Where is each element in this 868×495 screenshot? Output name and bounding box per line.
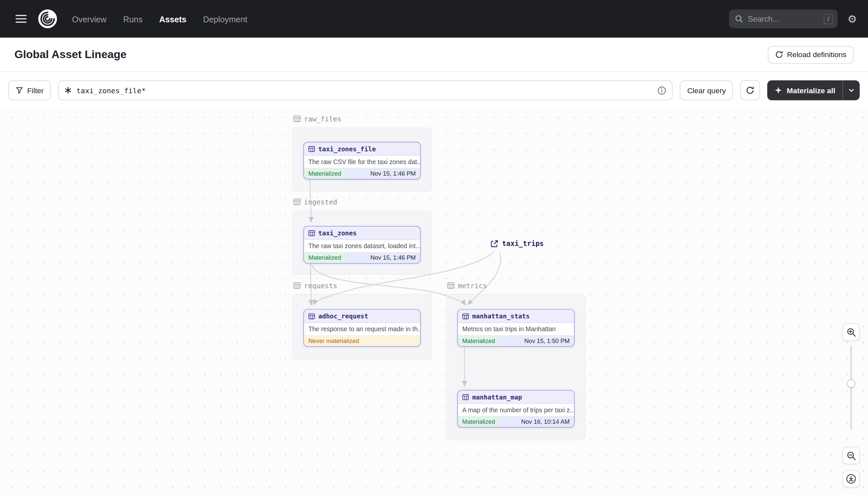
asset-selection-input-wrap [58, 81, 673, 100]
lineage-canvas[interactable]: raw_files ingested requests metrics taxi… [0, 109, 868, 495]
asset-selection-input[interactable] [76, 86, 653, 94]
filter-icon [15, 86, 23, 94]
edge-taxi-trips-to-manhattan-stats [468, 252, 501, 305]
asset-status-badge: Materialized [458, 335, 500, 346]
zoom-slider[interactable] [850, 346, 852, 430]
materialize-all-button[interactable]: Materialize all [767, 81, 843, 100]
asset-node-manhattan-stats[interactable]: manhattan_stats Metrics on taxi trips in… [457, 309, 575, 347]
nav-assets[interactable]: Assets [159, 14, 186, 24]
materialize-split-button: Materialize all [767, 81, 860, 100]
group-label-raw-files[interactable]: raw_files [293, 115, 341, 123]
nav-deployment[interactable]: Deployment [203, 14, 247, 24]
materialize-icon [775, 86, 782, 94]
asset-timestamp: Nov 15, 1:50 PM [500, 335, 574, 346]
asset-table-icon [308, 229, 315, 236]
group-name: ingested [304, 198, 337, 206]
asset-table-icon [462, 313, 469, 319]
group-name: raw_files [304, 115, 341, 123]
filter-button[interactable]: Filter [8, 81, 51, 100]
asset-name: taxi_zones [318, 229, 357, 237]
asset-node-manhattan-map[interactable]: manhattan_map A map of the number of tri… [457, 390, 575, 428]
group-label-requests[interactable]: requests [293, 281, 337, 290]
asset-name: manhattan_map [472, 393, 522, 401]
external-asset-taxi-trips[interactable]: taxi_trips [491, 239, 544, 248]
page-title: Global Asset Lineage [14, 48, 127, 61]
group-label-metrics[interactable]: metrics [447, 281, 487, 290]
gear-icon: ⚙ [847, 13, 857, 24]
external-link-icon [491, 240, 498, 248]
asset-node-adhoc-request[interactable]: adhoc_request The response to an request… [303, 309, 421, 347]
reload-definitions-label: Reload definitions [787, 51, 846, 59]
clear-query-button[interactable]: Clear query [680, 81, 733, 100]
external-asset-name: taxi_trips [502, 239, 544, 248]
asset-status-badge: Materialized [304, 168, 346, 179]
asset-timestamp: Nov 15, 1:46 PM [346, 168, 420, 179]
menu-icon [15, 14, 26, 23]
query-syntax-icon [64, 86, 72, 94]
asset-status-badge: Never materialized [304, 335, 420, 346]
group-table-icon [293, 282, 300, 289]
search-shortcut-badge: / [824, 14, 833, 24]
asset-name: adhoc_request [318, 312, 368, 320]
asset-node-taxi-zones-file[interactable]: taxi_zones_file The raw CSV file for the… [303, 142, 421, 180]
asset-timestamp: Nov 15, 1:46 PM [346, 252, 420, 263]
zoom-in-icon [846, 327, 856, 337]
group-table-icon [293, 115, 300, 122]
group-table-icon [293, 198, 300, 205]
topbar: Overview Runs Assets Deployment / ⚙ [0, 0, 868, 38]
search-box[interactable]: / [729, 10, 837, 28]
asset-node-taxi-zones[interactable]: taxi_zones The raw taxi zones dataset, l… [303, 226, 421, 264]
info-icon[interactable] [657, 86, 667, 95]
nav-overview[interactable]: Overview [72, 14, 106, 24]
asset-description: The raw CSV file for the taxi zones dat.… [304, 156, 420, 168]
caret-down-icon [848, 87, 854, 93]
lineage-toolbar: Filter Clear query Materialize all [0, 72, 868, 108]
download-button[interactable] [843, 471, 860, 488]
asset-description: The response to an request made in th... [304, 323, 420, 335]
asset-table-icon [308, 146, 315, 152]
clear-query-label: Clear query [687, 86, 726, 94]
app-root: Overview Runs Assets Deployment / ⚙ Glob… [0, 0, 868, 495]
asset-name: taxi_zones_file [318, 145, 376, 153]
asset-description: A map of the number of trips per taxi z.… [458, 404, 574, 416]
reload-icon [775, 51, 783, 59]
asset-status-badge: Materialized [304, 252, 346, 263]
dagster-logo[interactable] [38, 9, 58, 29]
lineage-edges [0, 109, 868, 495]
group-label-ingested[interactable]: ingested [293, 198, 337, 206]
asset-name: manhattan_stats [472, 312, 529, 320]
nav-runs[interactable]: Runs [123, 14, 142, 24]
materialize-options-button[interactable] [843, 81, 860, 100]
refresh-button[interactable] [740, 81, 760, 100]
asset-status-badge: Materialized [458, 416, 500, 427]
group-name: requests [304, 281, 337, 290]
materialize-all-label: Materialize all [787, 86, 835, 94]
asset-timestamp: Nov 16, 10:14 AM [500, 416, 574, 427]
zoom-in-button[interactable] [843, 324, 860, 341]
primary-nav: Overview Runs Assets Deployment [72, 14, 247, 24]
asset-table-icon [462, 394, 469, 400]
page-header: Global Asset Lineage Reload definitions [0, 38, 868, 72]
zoom-slider-handle[interactable] [847, 379, 855, 388]
settings-button[interactable]: ⚙ [847, 14, 857, 24]
asset-description: The raw taxi zones dataset, loaded int..… [304, 240, 420, 252]
menu-button[interactable] [12, 11, 30, 27]
asset-table-icon [308, 313, 315, 319]
refresh-icon [746, 86, 755, 95]
reload-definitions-button[interactable]: Reload definitions [768, 46, 854, 63]
asset-description: Metrics on taxi trips in Manhattan [458, 323, 574, 335]
filter-label: Filter [27, 86, 44, 94]
search-input[interactable] [748, 14, 819, 23]
group-name: metrics [458, 281, 487, 290]
download-icon [846, 474, 856, 484]
search-icon [734, 14, 743, 23]
group-table-icon [447, 282, 455, 289]
zoom-out-icon [846, 451, 856, 461]
zoom-out-button[interactable] [843, 447, 860, 464]
